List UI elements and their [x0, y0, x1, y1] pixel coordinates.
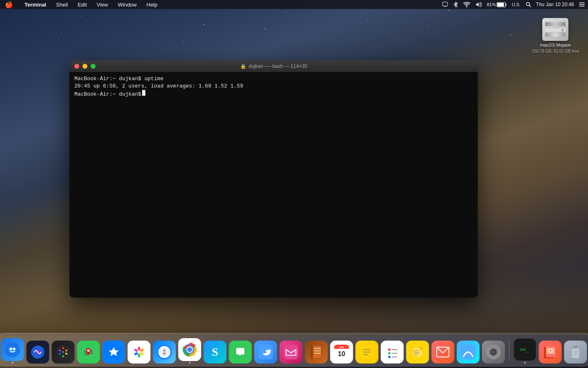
- dock-item-launchpad[interactable]: [52, 341, 75, 364]
- dock-item-notebooks[interactable]: [305, 341, 328, 364]
- dock-item-notes[interactable]: [356, 341, 379, 364]
- finder-active-dot: [12, 362, 13, 364]
- maximize-button[interactable]: [91, 64, 96, 69]
- apple-menu[interactable]: 🍎: [3, 0, 15, 9]
- terminal-prompt-1: MacBook-Air:~ dujkan$ uptime: [74, 75, 163, 83]
- phototheater-icon: [539, 341, 562, 364]
- wifi-icon[interactable]: [463, 2, 470, 7]
- svg-point-43: [138, 350, 141, 354]
- window-controls: [74, 64, 96, 69]
- dock-item-photos[interactable]: [128, 341, 151, 364]
- dock-item-siri[interactable]: [27, 341, 49, 364]
- edit-menu[interactable]: Edit: [76, 1, 88, 9]
- svg-point-22: [10, 348, 12, 350]
- twitterrific-icon: [254, 341, 277, 364]
- dock-item-systemprefs[interactable]: [482, 341, 505, 364]
- dock-item-chrome[interactable]: [178, 338, 201, 364]
- terminal-dock-icon: >>_: [514, 338, 537, 361]
- dock-separator: [509, 341, 510, 360]
- terminal-line-3: MacBook-Air:~ dujkan$: [74, 90, 473, 98]
- airplay-icon[interactable]: [442, 1, 448, 8]
- battery-percentage: 81%: [487, 2, 496, 7]
- systemprefs-icon: [482, 341, 505, 364]
- dock-item-messages[interactable]: [229, 341, 252, 364]
- svg-point-40: [138, 353, 140, 358]
- trash-icon: [564, 341, 587, 364]
- safari-icon: [153, 341, 176, 364]
- view-menu[interactable]: View: [95, 1, 110, 9]
- terminal-body[interactable]: MacBook-Air:~ dujkan$ uptime 20:45 up 6:…: [69, 72, 478, 298]
- svg-point-7: [61, 32, 62, 33]
- drive-info: 250.79 GB, 52.02 GB free: [532, 49, 579, 54]
- dock-item-spark[interactable]: [280, 341, 303, 364]
- svg-text:JAN: JAN: [339, 346, 344, 348]
- photos-icon: [128, 341, 151, 364]
- svg-point-29: [62, 355, 64, 357]
- svg-point-12: [510, 34, 511, 36]
- dock-item-calendar[interactable]: JAN 10: [330, 341, 353, 364]
- dock-item-airmail[interactable]: [432, 341, 454, 364]
- dock-item-finder[interactable]: [1, 338, 24, 364]
- pixelmator-icon: [457, 341, 480, 364]
- svg-point-89: [492, 350, 495, 354]
- dock-item-trash[interactable]: [564, 341, 587, 364]
- lock-icon: 🔒: [240, 63, 246, 69]
- hdd-graphic: [542, 18, 568, 41]
- svg-rect-97: [571, 348, 580, 349]
- svg-text:10: 10: [338, 350, 345, 357]
- svg-point-32: [62, 351, 65, 353]
- dock-item-pixelmator[interactable]: [457, 341, 480, 364]
- hdd-bottom-bar: [545, 33, 566, 37]
- notes-icon: [356, 341, 379, 364]
- terminal-prompt-2: MacBook-Air:~ dujkan$: [74, 91, 141, 98]
- dock-item-sketchbook[interactable]: S: [204, 341, 227, 364]
- dock-item-stickies[interactable]: [406, 341, 429, 364]
- dock-item-terminal[interactable]: >>_: [514, 338, 537, 364]
- hdd-button: [561, 29, 564, 31]
- svg-point-55: [187, 347, 192, 352]
- help-menu[interactable]: Help: [145, 1, 159, 9]
- svg-rect-60: [311, 346, 313, 359]
- window-menu[interactable]: Window: [116, 1, 138, 9]
- svg-point-0: [81, 16, 82, 17]
- svg-point-76: [388, 356, 391, 358]
- app-name-menu[interactable]: Terminal: [23, 1, 48, 9]
- menu-bar: 🍎 Terminal Shell Edit View Window Help: [0, 0, 588, 9]
- desktop: 🍎 Terminal Shell Edit View Window Help: [0, 0, 588, 368]
- spotlight-icon[interactable]: [526, 2, 531, 7]
- svg-rect-14: [506, 4, 506, 6]
- dock: S: [0, 333, 588, 366]
- dock-item-appstore[interactable]: [102, 341, 125, 364]
- notebooks-icon: [305, 341, 328, 364]
- svg-point-51: [164, 351, 165, 353]
- dock-item-maps[interactable]: [77, 341, 100, 364]
- dock-item-phototheater[interactable]: [539, 341, 562, 364]
- bluetooth-icon[interactable]: [453, 1, 458, 8]
- svg-point-74: [388, 348, 391, 351]
- svg-point-9: [265, 28, 266, 29]
- input-method[interactable]: U.S.: [512, 2, 520, 7]
- close-button[interactable]: [74, 64, 79, 69]
- terminal-title-text: dujkan — -bash — 114×30: [249, 63, 307, 69]
- volume-icon[interactable]: [475, 2, 482, 7]
- shell-menu[interactable]: Shell: [54, 1, 69, 9]
- svg-rect-15: [497, 3, 504, 7]
- dock-item-safari[interactable]: [153, 341, 176, 364]
- macos-drive-icon[interactable]: macOS Mojave 250.79 GB, 52.02 GB free: [529, 16, 581, 56]
- stickies-icon: [406, 341, 429, 364]
- minimize-button[interactable]: [82, 64, 87, 69]
- svg-rect-57: [258, 345, 273, 359]
- date-time[interactable]: Thu Jan 10 20:46: [536, 2, 574, 7]
- dock-item-twitterrific[interactable]: [254, 341, 277, 364]
- sketchbook-icon: S: [204, 341, 227, 364]
- dock-item-reminders[interactable]: [381, 341, 404, 364]
- svg-point-27: [65, 350, 67, 352]
- svg-point-2: [204, 24, 205, 25]
- siri-icon: [27, 341, 49, 364]
- appstore-icon: [102, 341, 125, 364]
- notification-center-icon[interactable]: [579, 2, 585, 7]
- airmail-icon: [432, 341, 454, 364]
- finder-icon: [1, 338, 24, 361]
- svg-point-23: [13, 348, 16, 350]
- svg-point-31: [59, 350, 61, 352]
